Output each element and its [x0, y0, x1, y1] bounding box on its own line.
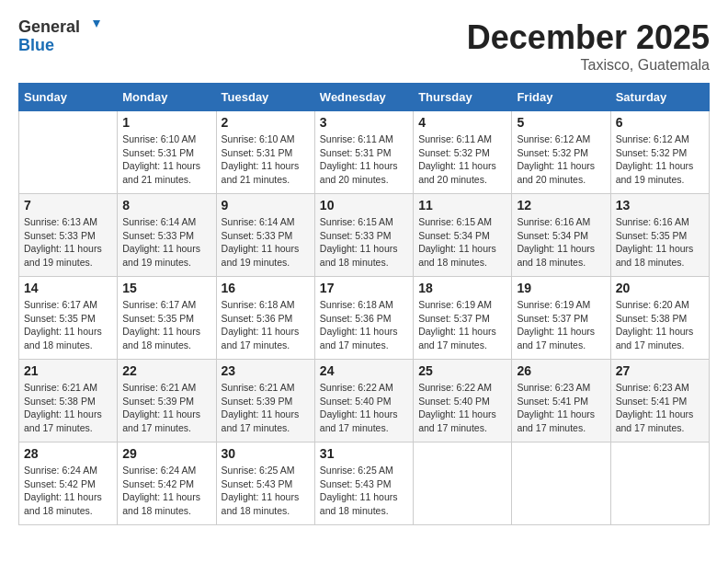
table-cell: 16 Sunrise: 6:18 AM Sunset: 5:36 PM Dayl…	[216, 277, 314, 360]
daylight-text: Daylight: 11 hours and 20 minutes.	[418, 160, 496, 185]
sunset-text: Sunset: 5:31 PM	[122, 147, 194, 158]
sunrise-text: Sunrise: 6:22 AM	[418, 382, 492, 393]
daylight-text: Daylight: 11 hours and 19 minutes.	[222, 243, 300, 268]
table-cell: 10 Sunrise: 6:15 AM Sunset: 5:33 PM Dayl…	[314, 194, 413, 277]
day-number: 31	[320, 446, 408, 461]
day-info: Sunrise: 6:19 AM Sunset: 5:37 PM Dayligh…	[418, 298, 506, 352]
sunset-text: Sunset: 5:32 PM	[517, 147, 588, 158]
daylight-text: Daylight: 11 hours and 20 minutes.	[517, 160, 595, 185]
sunrise-text: Sunrise: 6:10 AM	[122, 133, 196, 144]
sunrise-text: Sunrise: 6:19 AM	[517, 299, 590, 310]
day-number: 11	[418, 198, 506, 213]
sunrise-text: Sunrise: 6:17 AM	[122, 299, 196, 310]
table-cell: 25 Sunrise: 6:22 AM Sunset: 5:40 PM Dayl…	[414, 360, 512, 442]
day-info: Sunrise: 6:16 AM Sunset: 5:34 PM Dayligh…	[517, 215, 605, 270]
sunset-text: Sunset: 5:32 PM	[418, 147, 490, 158]
day-number: 23	[222, 363, 310, 378]
sunset-text: Sunset: 5:41 PM	[517, 396, 588, 407]
page-header: General Blue December 2025 Taxisco, Guat…	[18, 18, 710, 74]
title-section: December 2025 Taxisco, Guatemala	[467, 18, 710, 74]
day-info: Sunrise: 6:24 AM Sunset: 5:42 PM Dayligh…	[24, 464, 112, 518]
day-number: 18	[418, 281, 506, 295]
sunrise-text: Sunrise: 6:10 AM	[222, 133, 295, 144]
daylight-text: Daylight: 11 hours and 17 minutes.	[616, 326, 694, 350]
header-wednesday: Wednesday	[314, 84, 413, 111]
daylight-text: Daylight: 11 hours and 17 minutes.	[616, 408, 694, 433]
sunrise-text: Sunrise: 6:14 AM	[222, 216, 295, 227]
table-cell: 21 Sunrise: 6:21 AM Sunset: 5:38 PM Dayl…	[19, 360, 118, 442]
table-cell: 7 Sunrise: 6:13 AM Sunset: 5:33 PM Dayli…	[19, 194, 118, 277]
day-info: Sunrise: 6:19 AM Sunset: 5:37 PM Dayligh…	[517, 298, 605, 352]
day-number: 10	[320, 198, 408, 213]
day-info: Sunrise: 6:22 AM Sunset: 5:40 PM Dayligh…	[320, 381, 408, 435]
sunset-text: Sunset: 5:34 PM	[418, 230, 490, 241]
daylight-text: Daylight: 11 hours and 18 minutes.	[122, 326, 200, 350]
header-tuesday: Tuesday	[216, 84, 314, 111]
sunrise-text: Sunrise: 6:20 AM	[616, 299, 689, 310]
sunrise-text: Sunrise: 6:25 AM	[222, 465, 295, 476]
day-number: 2	[222, 115, 310, 130]
day-number: 13	[616, 198, 704, 213]
logo-general-text: General	[18, 18, 80, 37]
week-row-4: 21 Sunrise: 6:21 AM Sunset: 5:38 PM Dayl…	[19, 360, 710, 442]
day-info: Sunrise: 6:10 AM Sunset: 5:31 PM Dayligh…	[222, 132, 310, 187]
sunset-text: Sunset: 5:33 PM	[320, 230, 392, 241]
week-row-3: 14 Sunrise: 6:17 AM Sunset: 5:35 PM Dayl…	[19, 277, 710, 360]
day-number: 29	[122, 446, 210, 461]
table-cell: 19 Sunrise: 6:19 AM Sunset: 5:37 PM Dayl…	[512, 277, 610, 360]
table-cell: 9 Sunrise: 6:14 AM Sunset: 5:33 PM Dayli…	[216, 194, 314, 277]
day-number: 28	[24, 446, 112, 461]
location-subtitle: Taxisco, Guatemala	[467, 57, 710, 74]
calendar-table: SundayMondayTuesdayWednesdayThursdayFrid…	[18, 83, 710, 525]
daylight-text: Daylight: 11 hours and 17 minutes.	[418, 326, 496, 350]
table-cell: 8 Sunrise: 6:14 AM Sunset: 5:33 PM Dayli…	[118, 194, 216, 277]
table-cell	[414, 442, 512, 525]
sunrise-text: Sunrise: 6:18 AM	[222, 299, 295, 310]
logo-bird-icon	[82, 18, 100, 37]
sunrise-text: Sunrise: 6:11 AM	[320, 133, 393, 144]
sunrise-text: Sunrise: 6:21 AM	[24, 382, 97, 393]
day-info: Sunrise: 6:11 AM Sunset: 5:32 PM Dayligh…	[418, 132, 506, 187]
day-number: 21	[24, 363, 112, 378]
day-number: 20	[616, 281, 704, 295]
day-info: Sunrise: 6:20 AM Sunset: 5:38 PM Dayligh…	[616, 298, 704, 352]
day-number: 5	[517, 115, 605, 130]
sunrise-text: Sunrise: 6:15 AM	[418, 216, 492, 227]
daylight-text: Daylight: 11 hours and 17 minutes.	[122, 408, 200, 433]
sunrise-text: Sunrise: 6:14 AM	[122, 216, 196, 227]
day-info: Sunrise: 6:18 AM Sunset: 5:36 PM Dayligh…	[320, 298, 408, 352]
sunrise-text: Sunrise: 6:12 AM	[616, 133, 689, 144]
table-cell: 17 Sunrise: 6:18 AM Sunset: 5:36 PM Dayl…	[314, 277, 413, 360]
sunset-text: Sunset: 5:37 PM	[517, 313, 588, 324]
day-info: Sunrise: 6:16 AM Sunset: 5:35 PM Dayligh…	[616, 215, 704, 270]
sunset-text: Sunset: 5:42 PM	[24, 478, 96, 489]
table-cell: 26 Sunrise: 6:23 AM Sunset: 5:41 PM Dayl…	[512, 360, 610, 442]
day-number: 30	[222, 446, 310, 461]
day-info: Sunrise: 6:21 AM Sunset: 5:39 PM Dayligh…	[222, 381, 310, 435]
day-number: 24	[320, 363, 408, 378]
svg-marker-0	[93, 20, 100, 28]
sunrise-text: Sunrise: 6:12 AM	[517, 133, 590, 144]
table-cell: 31 Sunrise: 6:25 AM Sunset: 5:43 PM Dayl…	[314, 442, 413, 525]
day-number: 3	[320, 115, 408, 130]
daylight-text: Daylight: 11 hours and 18 minutes.	[222, 491, 300, 516]
daylight-text: Daylight: 11 hours and 17 minutes.	[222, 408, 300, 433]
daylight-text: Daylight: 11 hours and 18 minutes.	[122, 491, 200, 516]
day-info: Sunrise: 6:21 AM Sunset: 5:39 PM Dayligh…	[122, 381, 210, 435]
day-info: Sunrise: 6:25 AM Sunset: 5:43 PM Dayligh…	[320, 464, 408, 518]
day-number: 7	[24, 198, 112, 213]
daylight-text: Daylight: 11 hours and 17 minutes.	[222, 326, 300, 350]
sunset-text: Sunset: 5:33 PM	[222, 230, 293, 241]
daylight-text: Daylight: 11 hours and 18 minutes.	[24, 326, 102, 350]
table-cell: 27 Sunrise: 6:23 AM Sunset: 5:41 PM Dayl…	[610, 360, 709, 442]
daylight-text: Daylight: 11 hours and 17 minutes.	[517, 326, 595, 350]
daylight-text: Daylight: 11 hours and 17 minutes.	[517, 408, 595, 433]
table-cell: 18 Sunrise: 6:19 AM Sunset: 5:37 PM Dayl…	[414, 277, 512, 360]
header-thursday: Thursday	[414, 84, 512, 111]
day-info: Sunrise: 6:17 AM Sunset: 5:35 PM Dayligh…	[24, 298, 112, 352]
table-cell: 29 Sunrise: 6:24 AM Sunset: 5:42 PM Dayl…	[118, 442, 216, 525]
table-cell: 4 Sunrise: 6:11 AM Sunset: 5:32 PM Dayli…	[414, 111, 512, 194]
sunrise-text: Sunrise: 6:24 AM	[24, 465, 97, 476]
day-info: Sunrise: 6:14 AM Sunset: 5:33 PM Dayligh…	[122, 215, 210, 270]
sunrise-text: Sunrise: 6:22 AM	[320, 382, 393, 393]
